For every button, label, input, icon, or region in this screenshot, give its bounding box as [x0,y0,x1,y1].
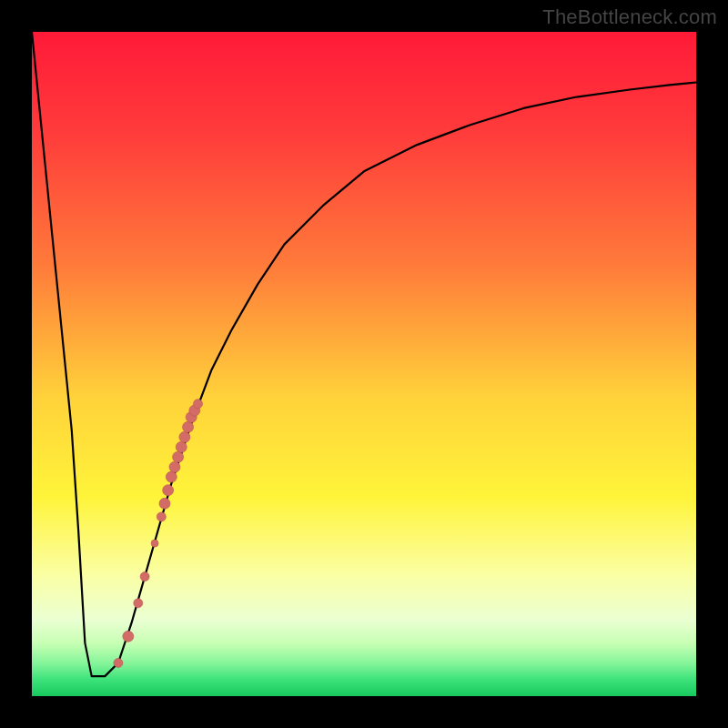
plot-area [32,32,696,696]
watermark-text: TheBottleneck.com [542,5,717,29]
data-point [183,421,194,432]
bottleneck-curve [32,32,696,676]
data-point [157,512,166,521]
data-point [176,441,187,452]
data-point [179,431,190,442]
data-point [173,451,184,462]
data-point [169,461,180,472]
data-point [163,485,174,496]
data-point [194,399,203,409]
data-point [123,631,134,642]
curve-layer [32,32,696,696]
chart-frame: TheBottleneck.com [0,0,728,728]
data-point [166,471,177,482]
data-point [151,540,158,547]
data-point [134,599,143,608]
data-point [140,572,149,581]
data-point [159,498,170,509]
data-point [114,659,123,668]
